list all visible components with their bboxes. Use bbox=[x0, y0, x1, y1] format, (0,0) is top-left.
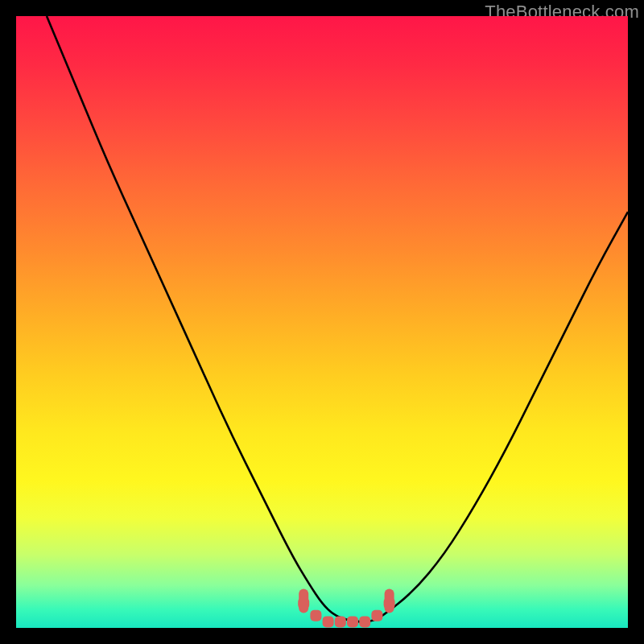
chart-frame: TheBottleneck.com bbox=[0, 0, 644, 644]
highlight-marker bbox=[323, 616, 334, 627]
highlight-marker bbox=[335, 616, 346, 627]
curve-layer bbox=[16, 16, 628, 628]
marker-group bbox=[298, 589, 394, 628]
highlight-marker bbox=[371, 610, 382, 621]
highlight-marker-end bbox=[385, 589, 394, 613]
highlight-marker-end bbox=[299, 589, 308, 613]
highlight-marker bbox=[347, 616, 358, 627]
bottleneck-curve bbox=[47, 16, 628, 621]
plot-area bbox=[16, 16, 628, 628]
highlight-marker bbox=[310, 610, 321, 621]
highlight-marker bbox=[359, 616, 370, 627]
